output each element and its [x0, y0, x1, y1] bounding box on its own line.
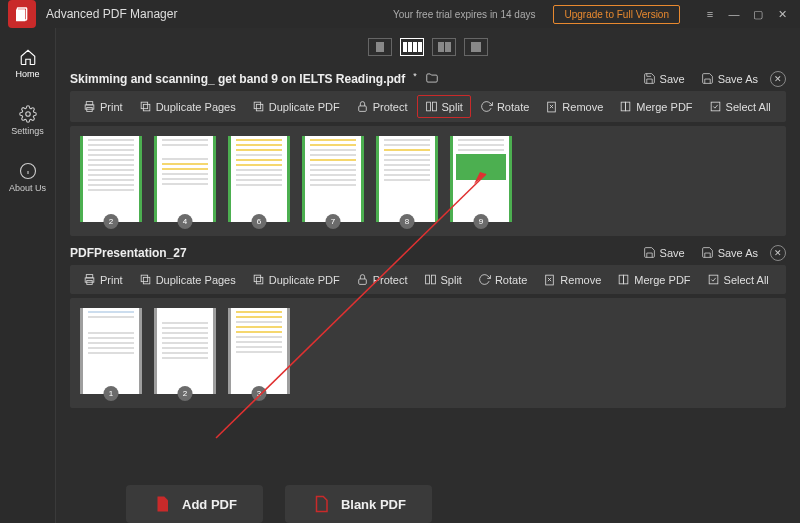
svg-rect-21: [711, 102, 720, 111]
more-button[interactable]: •: [778, 270, 786, 290]
svg-rect-15: [432, 102, 436, 111]
view-four[interactable]: [400, 38, 424, 56]
document-header: Skimming and scanning_ get band 9 on IEL…: [70, 70, 786, 87]
svg-rect-27: [256, 277, 263, 284]
folder-icon[interactable]: [425, 71, 439, 87]
close-document[interactable]: ✕: [770, 245, 786, 261]
thumbnails: 1 2 3: [70, 298, 786, 408]
select-all-button[interactable]: Select All: [702, 96, 778, 117]
sidebar-item-label: About Us: [9, 183, 46, 193]
print-button[interactable]: Print: [76, 96, 130, 117]
add-pdf-button[interactable]: Add PDF: [126, 485, 263, 523]
toolbar: Print Duplicate Pages Duplicate PDF Prot…: [70, 91, 786, 122]
rotate-button[interactable]: Rotate: [473, 96, 536, 117]
app-logo: [8, 0, 36, 28]
view-two[interactable]: [432, 38, 456, 56]
protect-button[interactable]: Protect: [349, 96, 415, 117]
svg-rect-25: [143, 277, 150, 284]
svg-rect-22: [86, 275, 93, 278]
page-thumb[interactable]: 3: [228, 308, 290, 394]
more-button[interactable]: •: [780, 97, 786, 117]
svg-rect-29: [358, 279, 366, 284]
titlebar: Advanced PDF Manager Your free trial exp…: [0, 0, 800, 28]
svg-rect-1: [16, 9, 25, 21]
view-single[interactable]: [368, 38, 392, 56]
page-thumb[interactable]: 9: [450, 136, 512, 222]
merge-button[interactable]: Merge PDF: [610, 269, 697, 290]
select-all-button[interactable]: Select All: [700, 269, 776, 290]
split-button[interactable]: Split: [417, 269, 469, 290]
document-group: Skimming and scanning_ get band 9 on IEL…: [56, 62, 800, 236]
document-title: Skimming and scanning_ get band 9 on IEL…: [70, 72, 405, 86]
sidebar-item-about[interactable]: About Us: [0, 156, 55, 199]
thumbnails: 2 4 6 7 8 9: [70, 126, 786, 236]
svg-rect-10: [141, 102, 148, 109]
sidebar-item-label: Settings: [11, 126, 44, 136]
duplicate-pages-button[interactable]: Duplicate Pages: [132, 96, 243, 117]
svg-rect-35: [619, 275, 623, 284]
svg-rect-19: [621, 102, 625, 111]
page-thumb[interactable]: 7: [302, 136, 364, 222]
blank-pdf-button[interactable]: Blank PDF: [285, 485, 432, 523]
upgrade-button[interactable]: Upgrade to Full Version: [553, 5, 680, 24]
svg-rect-36: [624, 275, 628, 284]
content-area: Skimming and scanning_ get band 9 on IEL…: [56, 28, 800, 523]
page-thumb[interactable]: 1: [80, 308, 142, 394]
protect-button[interactable]: Protect: [349, 269, 415, 290]
close-icon[interactable]: ✕: [772, 5, 792, 23]
document-title: PDFPresentation_27: [70, 246, 187, 260]
save-as-button[interactable]: Save As: [697, 70, 762, 87]
save-button[interactable]: Save: [639, 244, 689, 261]
sidebar: Home Settings About Us: [0, 28, 56, 523]
page-thumb[interactable]: 2: [80, 136, 142, 222]
toolbar: Print Duplicate Pages Duplicate PDF Prot…: [70, 265, 786, 294]
bottom-actions: Add PDF Blank PDF: [112, 477, 800, 523]
duplicate-pdf-button[interactable]: Duplicate PDF: [245, 269, 347, 290]
duplicate-pages-button[interactable]: Duplicate Pages: [132, 269, 243, 290]
save-button[interactable]: Save: [639, 70, 689, 87]
duplicate-pdf-button[interactable]: Duplicate PDF: [245, 96, 347, 117]
svg-point-2: [25, 112, 30, 117]
remove-button[interactable]: Remove: [536, 269, 608, 290]
sidebar-item-settings[interactable]: Settings: [0, 99, 55, 142]
document-header: PDFPresentation_27 Save Save As ✕: [70, 244, 786, 261]
rotate-button[interactable]: Rotate: [471, 269, 534, 290]
svg-rect-31: [431, 275, 435, 284]
minimize-icon[interactable]: —: [724, 5, 744, 23]
remove-button[interactable]: Remove: [538, 96, 610, 117]
view-switch: [56, 28, 800, 62]
svg-rect-20: [626, 102, 630, 111]
svg-rect-9: [143, 104, 150, 111]
hamburger-icon[interactable]: ≡: [700, 5, 720, 23]
svg-rect-26: [141, 275, 148, 282]
svg-rect-13: [358, 106, 366, 111]
svg-rect-30: [425, 275, 429, 284]
split-button[interactable]: Split: [417, 95, 471, 118]
trial-notice: Your free trial expires in 14 days: [393, 9, 536, 20]
modified-indicator: *: [413, 71, 417, 81]
app-title: Advanced PDF Manager: [46, 7, 177, 21]
print-button[interactable]: Print: [76, 269, 130, 290]
svg-rect-14: [426, 102, 430, 111]
svg-rect-28: [254, 275, 260, 282]
svg-rect-12: [254, 102, 260, 109]
maximize-icon[interactable]: ▢: [748, 5, 768, 23]
view-one[interactable]: [464, 38, 488, 56]
page-thumb[interactable]: 4: [154, 136, 216, 222]
merge-button[interactable]: Merge PDF: [612, 96, 699, 117]
svg-rect-6: [86, 102, 93, 105]
page-thumb[interactable]: 8: [376, 136, 438, 222]
document-group: PDFPresentation_27 Save Save As ✕ Print …: [56, 236, 800, 408]
svg-rect-37: [709, 275, 718, 284]
page-thumb[interactable]: 6: [228, 136, 290, 222]
sidebar-item-home[interactable]: Home: [0, 42, 55, 85]
sidebar-item-label: Home: [15, 69, 39, 79]
page-thumb[interactable]: 2: [154, 308, 216, 394]
svg-rect-11: [256, 104, 263, 111]
save-as-button[interactable]: Save As: [697, 244, 762, 261]
close-document[interactable]: ✕: [770, 71, 786, 87]
